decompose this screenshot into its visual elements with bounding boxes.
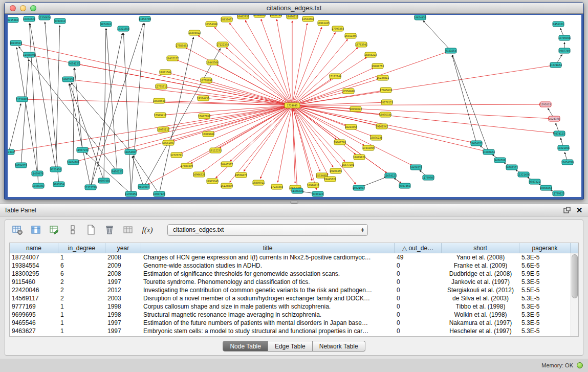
graph-node[interactable]: 12725791	[170, 152, 183, 158]
graph-node[interactable]: 17432099	[362, 145, 375, 150]
graph-edge[interactable]	[73, 68, 74, 162]
graph-node[interactable]: 11789456	[125, 191, 137, 196]
graph-node[interactable]: 11789987	[422, 175, 434, 180]
graph-edge[interactable]	[230, 105, 292, 182]
graph-edge[interactable]	[20, 44, 292, 105]
graph-node[interactable]: 18278123	[381, 100, 393, 105]
table-row[interactable]: 911546021997Tourette syndrome. Phenomeno…	[10, 278, 571, 286]
graph-edge[interactable]	[292, 57, 366, 105]
graph-edge[interactable]	[261, 19, 292, 105]
graph-node[interactable]: 15667788	[198, 114, 210, 119]
graph-node[interactable]: 9456789	[494, 158, 506, 163]
graph-edge[interactable]	[292, 105, 328, 175]
minimize-window-button[interactable]	[20, 5, 26, 11]
graph-node[interactable]: 16778899	[200, 78, 212, 83]
select-columns-button[interactable]	[29, 223, 42, 237]
graph-edge[interactable]	[292, 104, 541, 105]
table-row[interactable]: 969969511998Structural magnetic resonanc…	[10, 311, 571, 319]
graph-node[interactable]: 16990011	[307, 183, 319, 188]
graph-node[interactable]: 11789123	[552, 191, 564, 196]
table-row[interactable]: 977716911998Corpus callosum shape and si…	[10, 302, 571, 311]
graph-node[interactable]: 19334455	[197, 96, 209, 101]
column-header-6[interactable]: pagerank	[519, 243, 571, 253]
graph-node[interactable]: 18821564	[159, 70, 171, 75]
network-view[interactable]: 1724045183040221758340316432157188215641…	[8, 15, 581, 197]
graph-node[interactable]: 17683499	[181, 163, 193, 168]
graph-node[interactable]: 11456321	[291, 188, 303, 193]
graph-edge[interactable]	[69, 84, 91, 187]
graph-node[interactable]: 18763941	[355, 42, 367, 47]
graph-edge[interactable]	[292, 105, 312, 181]
graph-node[interactable]: 11456789	[139, 16, 151, 21]
graph-node[interactable]: 16906326	[193, 172, 205, 177]
graph-node[interactable]: 9654987	[138, 184, 149, 189]
graph-node[interactable]: 16677201	[342, 162, 354, 167]
graph-edge[interactable]	[9, 104, 21, 152]
column-header-4[interactable]: △ out_de…	[395, 243, 442, 253]
zoom-window-button[interactable]	[30, 5, 36, 11]
table-row[interactable]: 946362711997Embryonic stem cells: a mode…	[10, 327, 571, 335]
edit-table-button[interactable]	[47, 223, 61, 237]
graph-node[interactable]: 10236547	[10, 40, 22, 46]
graph-edge[interactable]	[87, 105, 292, 149]
graph-edge[interactable]	[75, 68, 82, 150]
graph-node[interactable]: 9215366	[8, 17, 18, 23]
graph-node[interactable]: 11458796	[23, 52, 35, 57]
graph-node[interactable]: 11321654	[550, 62, 562, 68]
graph-edge[interactable]	[104, 29, 106, 181]
memory-status-led-icon[interactable]	[577, 362, 583, 368]
graph-node[interactable]: 11336654	[38, 15, 51, 20]
graph-node[interactable]: 16055113	[157, 127, 169, 132]
graph-node[interactable]: 9456321	[553, 21, 564, 27]
graph-edge[interactable]	[173, 105, 292, 141]
graph-node[interactable]: 15889911	[252, 180, 265, 185]
graph-node[interactable]: 16445577	[221, 162, 233, 167]
graph-node[interactable]: 12504567	[302, 16, 314, 21]
graph-node[interactable]: 16432157	[166, 56, 179, 61]
graph-node[interactable]: 18304022	[188, 30, 201, 35]
graph-node[interactable]: 19086753	[372, 63, 384, 69]
table-row[interactable]: 1872400712008Changes of HCN gene express…	[10, 253, 571, 261]
graph-node[interactable]: 17909417	[154, 113, 166, 118]
graph-edge[interactable]	[213, 105, 292, 133]
graph-node[interactable]: 10987456	[62, 77, 74, 82]
delete-button[interactable]	[102, 223, 116, 237]
graph-node[interactable]: 15608543	[153, 98, 165, 103]
graph-edge[interactable]	[292, 79, 378, 105]
graph-node[interactable]: 10987123	[153, 191, 165, 196]
table-vertical-scrollbar[interactable]	[571, 253, 578, 336]
graph-edge[interactable]	[292, 52, 446, 105]
graph-edge[interactable]	[78, 105, 292, 161]
rows-button[interactable]	[66, 223, 79, 237]
graph-node[interactable]: 15950713	[270, 15, 282, 17]
graph-edge[interactable]	[292, 105, 550, 119]
column-header-2[interactable]: year	[105, 243, 141, 253]
graph-node[interactable]: 9874561	[100, 21, 112, 27]
graph-node[interactable]: 11321789	[84, 185, 97, 190]
graph-node[interactable]: 19161542	[376, 124, 388, 129]
graph-node[interactable]: 17556688	[342, 89, 355, 94]
new-file-button[interactable]	[84, 223, 98, 237]
graph-node[interactable]: 10456654	[540, 185, 552, 190]
graph-node[interactable]: 9789123	[312, 191, 323, 196]
graph-node[interactable]: 11459876	[31, 171, 43, 176]
graph-edge[interactable]	[260, 105, 292, 179]
graph-edge[interactable]	[168, 105, 292, 128]
graph-node[interactable]: 11987234	[76, 147, 89, 152]
graph-node[interactable]: 1724045	[285, 103, 300, 108]
graph-node[interactable]: 9987321	[529, 179, 540, 184]
graph-node[interactable]: 19667788	[334, 140, 346, 145]
graph-node[interactable]: 9987789	[559, 48, 570, 53]
graph-edge[interactable]	[292, 65, 551, 105]
graph-edge[interactable]	[70, 83, 104, 181]
table-settings-button[interactable]	[10, 223, 24, 237]
network-window[interactable]: citations_edges.txt 17240451830402217583…	[4, 2, 584, 200]
graph-edge[interactable]	[56, 26, 60, 169]
column-header-3[interactable]: title	[141, 243, 395, 253]
graph-node[interactable]: 10654321	[470, 141, 483, 146]
graph-node[interactable]: 17122334	[216, 42, 229, 47]
graph-edge[interactable]	[132, 156, 144, 187]
graph-edge[interactable]	[203, 105, 292, 172]
close-window-button[interactable]	[10, 5, 16, 11]
network-canvas[interactable]: 1724045183040221758340316432157188215641…	[8, 15, 581, 197]
